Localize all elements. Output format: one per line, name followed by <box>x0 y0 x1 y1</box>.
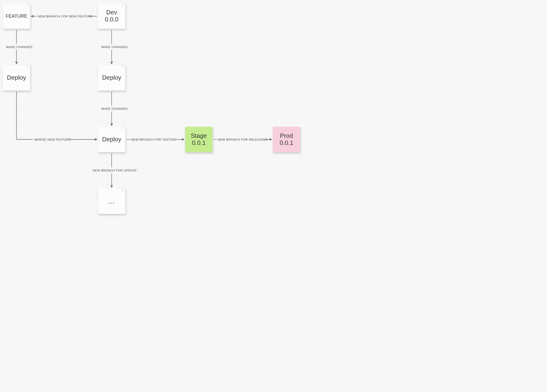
dev-version: 0.0.0 <box>105 16 118 23</box>
prod-version: 0.0.1 <box>280 139 293 146</box>
dev-name: Dev <box>105 9 118 16</box>
label-make-changes-mid1: MAKE CHANGES <box>101 45 128 49</box>
node-prod[interactable]: Prod 0.0.1 <box>273 127 300 152</box>
node-ellipsis[interactable]: … <box>98 188 125 214</box>
node-stage[interactable]: Stage 0.0.1 <box>185 127 212 152</box>
label-new-branch-feature: NEW BRANCH FOR NEW FEATURE <box>38 15 93 18</box>
arrows <box>0 0 304 220</box>
label-make-changes-mid2: MAKE CHANGES <box>101 107 128 110</box>
prod-name: Prod <box>280 132 293 139</box>
label-merge-feature: MERGE NEW FEATURE <box>34 138 71 141</box>
label-new-branch-testing: NEW BRANCH FOR TESTING <box>131 138 177 141</box>
node-deploy-mid-2[interactable]: Deploy <box>98 127 125 152</box>
node-deploy-mid-1[interactable]: Deploy <box>98 65 125 90</box>
node-dev[interactable]: Dev 0.0.0 <box>98 3 125 29</box>
stage-version: 0.0.1 <box>191 139 207 146</box>
label-new-branch-releasing: NEW BRANCH FOR RELEASING <box>218 138 268 141</box>
diagram-canvas: FEATURE Dev 0.0.0 Deploy Deploy Deploy …… <box>0 0 304 220</box>
label-make-changes-left: MAKE CHANGES <box>6 45 33 49</box>
node-feature[interactable]: FEATURE <box>3 3 30 29</box>
label-new-branch-update: NEW BRANCH FOR UPDATE <box>93 169 137 172</box>
stage-name: Stage <box>191 132 207 139</box>
node-deploy-left[interactable]: Deploy <box>3 65 30 90</box>
